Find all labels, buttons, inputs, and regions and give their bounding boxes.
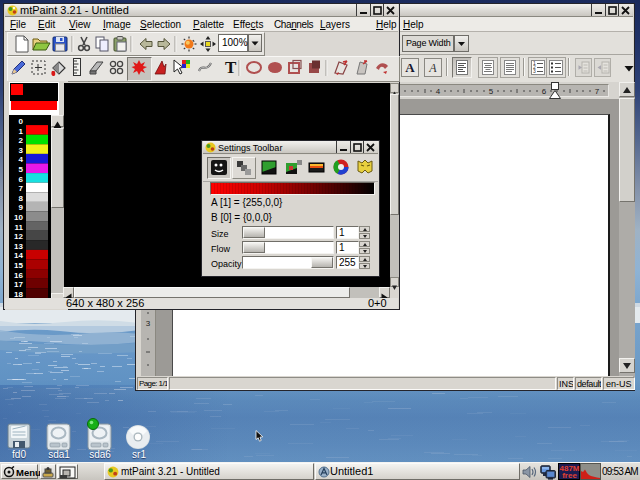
svg-text:12: 12 <box>14 232 23 241</box>
svg-text:15: 15 <box>14 261 23 270</box>
svg-text:11: 11 <box>15 223 24 232</box>
svg-text:18: 18 <box>14 290 23 298</box>
svg-text:3: 3 <box>146 319 151 328</box>
svg-text:7: 7 <box>595 87 600 96</box>
svg-text:3: 3 <box>533 68 536 74</box>
svg-text:5: 5 <box>489 87 494 96</box>
svg-text:16: 16 <box>14 271 23 280</box>
svg-text:13: 13 <box>14 242 23 251</box>
svg-text:6: 6 <box>542 87 547 96</box>
svg-text:T: T <box>225 58 237 77</box>
svg-text:A: A <box>428 61 437 75</box>
svg-text:14: 14 <box>14 251 23 260</box>
svg-text:8: 8 <box>19 194 24 203</box>
svg-text:4: 4 <box>19 155 24 164</box>
svg-text:2: 2 <box>19 136 24 145</box>
svg-text:17: 17 <box>14 280 23 289</box>
svg-text:1: 1 <box>19 127 24 136</box>
svg-text:6: 6 <box>19 175 24 184</box>
svg-text:10: 10 <box>14 213 23 222</box>
svg-text:0: 0 <box>19 117 24 126</box>
svg-text:4: 4 <box>436 87 441 96</box>
svg-text:3: 3 <box>19 146 24 155</box>
svg-text:5: 5 <box>19 165 24 174</box>
svg-text:7: 7 <box>19 184 24 193</box>
svg-text:A: A <box>405 60 415 75</box>
svg-text:9: 9 <box>19 203 24 212</box>
